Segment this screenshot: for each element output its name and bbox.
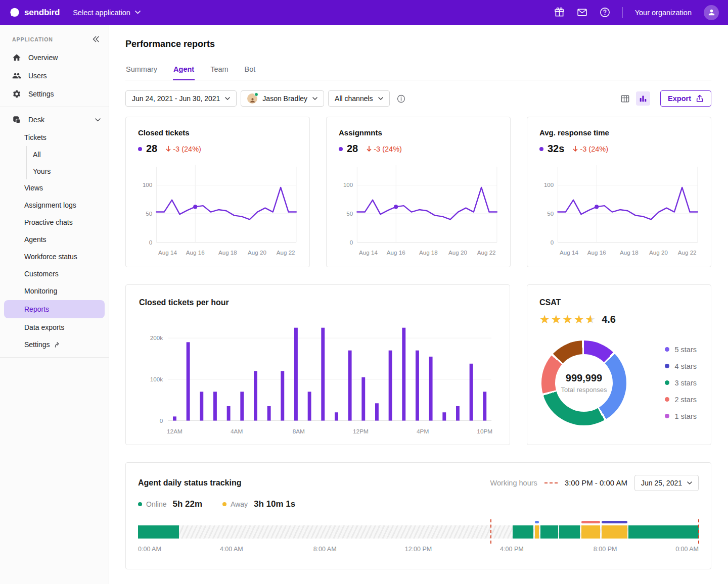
online-dot	[138, 502, 142, 506]
status-legend: Online 5h 22m Away 3h 10m 1s	[138, 499, 699, 509]
svg-text:50: 50	[346, 210, 353, 217]
timeline-tick-label: 8:00 AM	[313, 546, 337, 553]
card-title: Agent daily status tracking	[138, 478, 242, 488]
tab-summary[interactable]: Summary	[125, 65, 158, 80]
timeline-tick-label: 4:00 AM	[220, 546, 243, 553]
metric-value: 28	[146, 143, 157, 155]
status-segment-online	[559, 525, 580, 539]
csat-legend-item: 2 stars	[665, 396, 697, 404]
svg-text:Aug 20: Aug 20	[248, 249, 266, 256]
svg-text:100k: 100k	[150, 376, 163, 383]
agent-name-label: Jason Bradley	[262, 94, 307, 103]
card-title: Assignmnts	[339, 128, 501, 137]
online-label: Online	[146, 500, 166, 508]
metric-value: 28	[347, 143, 358, 155]
export-button[interactable]: Export	[660, 90, 711, 107]
help-icon[interactable]	[600, 7, 610, 18]
sidebar-item-overview[interactable]: Overview	[0, 48, 109, 67]
divider	[0, 357, 109, 358]
app-selector[interactable]: Select application	[73, 9, 141, 17]
export-label: Export	[668, 94, 691, 103]
agent-selector[interactable]: Jason Bradley	[241, 90, 324, 107]
tab-agent[interactable]: Agent	[173, 65, 195, 80]
brand: sendbird	[9, 7, 60, 18]
card-title: Closed tickets per hour	[139, 298, 495, 307]
online-status-dot	[254, 92, 258, 96]
timeline-tick-label: 4:00 PM	[500, 546, 524, 553]
legend-dot	[665, 380, 669, 385]
sidebar-item-reports[interactable]: Reports	[4, 300, 105, 318]
date-range-label: Jun 24, 2021 - Jun 30, 2021	[132, 94, 220, 103]
closed-tickets-line-chart: 050100Aug 14Aug 16Aug 18Aug 20Aug 22	[138, 162, 300, 262]
star-icon: ★★	[574, 314, 584, 325]
page-title: Performance reports	[125, 39, 711, 50]
sidebar-item-users[interactable]: Users	[0, 67, 109, 85]
users-icon	[12, 71, 21, 80]
mail-icon[interactable]	[577, 7, 587, 18]
agent-avatar	[247, 93, 257, 104]
series-dot	[539, 147, 543, 151]
delta-label: -3 (24%)	[374, 145, 402, 153]
csat-legend-item: 4 stars	[665, 362, 697, 370]
card-title: Closed tickets	[138, 128, 300, 137]
tab-bot[interactable]: Bot	[244, 65, 256, 80]
sidebar-item-desk-settings[interactable]: Settings	[0, 336, 109, 353]
svg-text:100: 100	[343, 181, 353, 188]
sidebar-item-tickets[interactable]: Tickets	[0, 129, 109, 146]
agent-daily-status-card: Agent daily status tracking Working hour…	[125, 462, 711, 569]
sidebar-item-views[interactable]: Views	[0, 179, 109, 197]
organization-label: Your organization	[635, 9, 692, 17]
sidebar-item-agents[interactable]: Agents	[0, 231, 109, 248]
assignments-card: Assignmnts 28 -3 (24%) 050100Aug 14Aug 1…	[326, 117, 511, 267]
sidebar-item-settings[interactable]: Settings	[0, 85, 109, 103]
top-bar: sendbird Select application Your organiz…	[0, 0, 728, 25]
status-segment-away	[581, 525, 601, 539]
assignments-line-chart: 050100Aug 14Aug 16Aug 18Aug 20Aug 22	[339, 162, 501, 262]
sidebar-item-monitoring[interactable]: Monitoring	[0, 282, 109, 300]
svg-text:Aug 22: Aug 22	[477, 249, 496, 256]
status-segment-online	[628, 525, 699, 539]
svg-text:Aug 14: Aug 14	[560, 249, 578, 256]
date-range-selector[interactable]: Jun 24, 2021 - Jun 30, 2021	[125, 90, 237, 107]
user-avatar[interactable]	[704, 5, 719, 20]
delta-label: -3 (24%)	[580, 145, 608, 153]
chart-view-toggle[interactable]	[636, 91, 650, 106]
status-segment-cap	[602, 521, 627, 523]
sidebar-item-tickets-all[interactable]: All	[27, 146, 109, 163]
gift-icon[interactable]	[554, 7, 565, 18]
sidebar-item-tickets-yours[interactable]: Yours	[27, 163, 109, 179]
table-view-toggle[interactable]	[618, 91, 632, 106]
away-dot	[222, 502, 226, 506]
chevron-down-icon	[687, 481, 692, 484]
sidebar-item-workforce-status[interactable]: Workforce status	[0, 248, 109, 265]
status-segment-online	[138, 525, 179, 539]
chevron-down-icon[interactable]	[95, 118, 101, 122]
series-dot	[138, 147, 142, 151]
status-segment-away	[535, 525, 539, 539]
channel-label: All channels	[335, 94, 373, 103]
status-date-selector[interactable]: Jun 25, 2021	[634, 475, 699, 491]
legend-label: 4 stars	[674, 362, 697, 370]
decrease-arrow-icon	[366, 145, 372, 152]
svg-text:Aug 18: Aug 18	[620, 249, 639, 256]
sidebar-item-assignment-logs[interactable]: Assignment logs	[0, 197, 109, 214]
report-tabs: Summary Agent Team Bot	[125, 65, 711, 80]
star-icon: ★★	[551, 314, 562, 325]
metric-delta: -3 (24%)	[366, 145, 402, 153]
svg-text:50: 50	[547, 210, 554, 217]
sidebar-item-data-exports[interactable]: Data exports	[0, 319, 109, 336]
info-icon[interactable]	[397, 94, 405, 103]
metric-value: 32s	[548, 143, 564, 155]
svg-text:Aug 16: Aug 16	[387, 249, 405, 256]
star-icon: ★★	[585, 314, 596, 325]
avg-response-time-line-chart: 050100Aug 14Aug 16Aug 18Aug 20Aug 22	[539, 162, 702, 262]
sidebar-item-proactive-chats[interactable]: Proactive chats	[0, 214, 109, 231]
tab-team[interactable]: Team	[210, 65, 229, 80]
closed-tickets-card: Closed tickets 28 -3 (24%) 050100Aug 14A…	[125, 117, 310, 267]
sidebar-item-customers[interactable]: Customers	[0, 265, 109, 282]
channel-selector[interactable]: All channels	[328, 90, 390, 107]
sidebar-collapse-icon[interactable]	[92, 36, 100, 42]
external-link-icon	[54, 342, 61, 348]
sidebar-item-desk[interactable]: Desk	[0, 111, 109, 129]
decrease-arrow-icon	[572, 145, 578, 152]
